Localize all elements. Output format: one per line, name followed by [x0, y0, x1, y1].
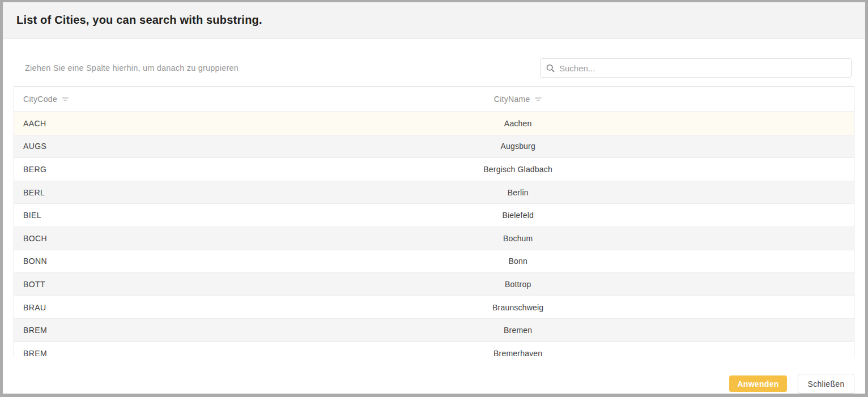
search-input[interactable] — [559, 63, 845, 73]
cell-cityname: Bottrop — [182, 273, 854, 296]
cell-cityname: Bonn — [182, 250, 854, 273]
dialog-body: Ziehen Sie eine Spalte hierhin, um danac… — [3, 39, 865, 394]
cell-cityname: Bielefeld — [182, 204, 854, 227]
table-row[interactable]: BERLBerlin — [14, 181, 854, 204]
cities-grid: CityCode CityName — [14, 86, 854, 357]
table-body: AACHAachenAUGSAugsburgBERGBergisch Gladb… — [14, 112, 854, 357]
search-icon — [546, 64, 555, 72]
table-row[interactable]: BRAUBraunschweig — [14, 296, 854, 319]
dialog-titlebar: List of Cities, you can search with subs… — [3, 2, 865, 39]
dialog-footer: Anwenden Schließen — [14, 374, 854, 394]
cell-citycode: BOCH — [14, 227, 182, 250]
table-row[interactable]: AUGSAugsburg — [14, 135, 854, 159]
grid-toolbar: Ziehen Sie eine Spalte hierhin, um danac… — [14, 58, 854, 78]
close-button[interactable]: Schließen — [798, 374, 854, 394]
cell-cityname: Aachen — [182, 112, 854, 135]
table-row[interactable]: AACHAachen — [14, 112, 854, 135]
cell-cityname: Braunschweig — [182, 296, 854, 319]
cell-citycode: AUGS — [14, 135, 182, 158]
cell-cityname: Bremen — [182, 319, 854, 341]
column-header-label: CityName — [494, 95, 530, 104]
cell-citycode: BREM — [14, 342, 182, 357]
cell-citycode: BONN — [14, 250, 182, 273]
cell-cityname: Berlin — [182, 181, 854, 204]
grid-header-row: CityCode CityName — [14, 87, 854, 112]
page-title: List of Cities, you can search with subs… — [16, 14, 262, 27]
table-row[interactable]: BOCHBochum — [14, 227, 854, 250]
table-row[interactable]: BIELBielefeld — [14, 204, 854, 227]
group-panel-placeholder: Ziehen Sie eine Spalte hierhin, um danac… — [25, 63, 239, 72]
dialog-window: List of Cities, you can search with subs… — [0, 0, 868, 397]
apply-button[interactable]: Anwenden — [729, 375, 787, 392]
column-header-citycode[interactable]: CityCode — [14, 87, 182, 112]
cell-citycode: BRAU — [14, 296, 182, 319]
cell-citycode: BIEL — [14, 204, 182, 227]
cell-cityname: Bergisch Gladbach — [182, 158, 854, 181]
cell-cityname: Bremerhaven — [182, 342, 854, 357]
cell-cityname: Bochum — [182, 227, 854, 250]
column-header-cityname[interactable]: CityName — [182, 87, 854, 112]
header-filter-icon[interactable] — [534, 96, 542, 102]
column-header-label: CityCode — [23, 95, 57, 104]
table-row[interactable]: BONNBonn — [14, 250, 854, 274]
cell-citycode: BERL — [14, 181, 182, 204]
table-row[interactable]: BREMBremerhaven — [14, 342, 854, 357]
table-row[interactable]: BOTTBottrop — [14, 273, 854, 296]
table-row[interactable]: BERGBergisch Gladbach — [14, 158, 854, 181]
search-box[interactable] — [540, 58, 852, 78]
cell-citycode: BOTT — [14, 273, 182, 296]
cell-cityname: Augsburg — [182, 135, 854, 158]
cell-citycode: BREM — [14, 319, 182, 341]
table-row[interactable]: BREMBremen — [14, 319, 854, 342]
cell-citycode: AACH — [14, 112, 182, 135]
cell-citycode: BERG — [14, 158, 182, 181]
header-filter-icon[interactable] — [61, 96, 69, 102]
